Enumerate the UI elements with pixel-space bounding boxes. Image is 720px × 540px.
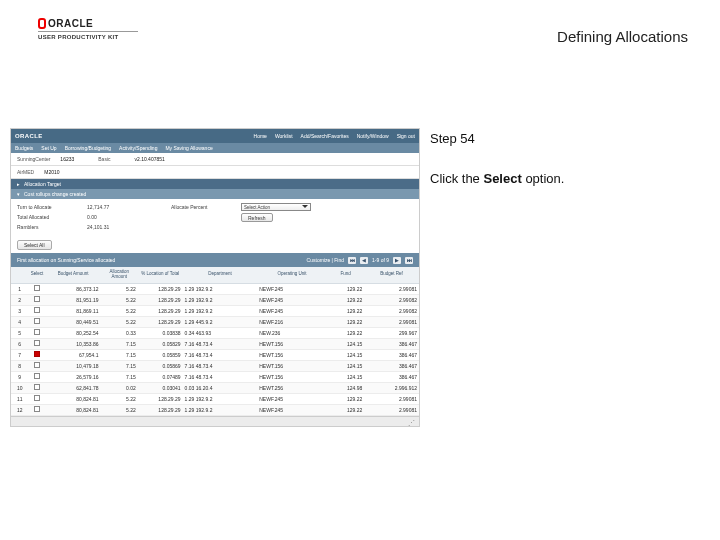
pager-last-icon[interactable]: ⏭ bbox=[405, 257, 413, 264]
table-row[interactable]: 281,951.195.22128.29.291.29 192.9.2NEWF.… bbox=[11, 294, 419, 305]
form-label: Total Allocated bbox=[17, 214, 87, 220]
table-cell bbox=[28, 371, 45, 382]
band-cost-rollups[interactable]: ▾Cost rollups change created bbox=[11, 189, 419, 199]
col-header: Allocation Amount bbox=[101, 267, 138, 283]
row-checkbox[interactable] bbox=[34, 307, 40, 313]
grid-title: First allocation on Sunning/Service allo… bbox=[17, 257, 115, 263]
row-checkbox[interactable] bbox=[34, 318, 40, 324]
row-checkbox[interactable] bbox=[34, 329, 40, 335]
topbar-link[interactable]: Home bbox=[254, 133, 267, 139]
resize-handle-icon[interactable]: ⋰ bbox=[408, 419, 415, 427]
table-cell: 7.16 48.73.4 bbox=[183, 360, 258, 371]
menu-item[interactable]: Budgets bbox=[15, 145, 33, 151]
pager-first-icon[interactable]: ⏮ bbox=[348, 257, 356, 264]
oracle-o-icon bbox=[38, 18, 46, 29]
brand-divider bbox=[38, 31, 138, 32]
table-cell: 81,869.11 bbox=[46, 305, 101, 316]
table-cell: 128.29.29 bbox=[138, 316, 183, 327]
band-allocation-target[interactable]: ▸Allocation Target bbox=[11, 179, 419, 189]
menu-item[interactable]: My Saving Allowance bbox=[165, 145, 212, 151]
table-cell bbox=[28, 338, 45, 349]
pager-prev-icon[interactable]: ◀ bbox=[360, 257, 368, 264]
row-checkbox[interactable] bbox=[34, 285, 40, 291]
refresh-button[interactable]: Refresh bbox=[241, 213, 273, 222]
table-cell: 129.22 bbox=[327, 294, 364, 305]
table-cell: 2.99081 bbox=[364, 283, 419, 294]
table-cell: 0.05859 bbox=[138, 349, 183, 360]
table-cell: 0.03 16.20.4 bbox=[183, 382, 258, 393]
menu-item[interactable]: Activity/Spending bbox=[119, 145, 157, 151]
table-row[interactable]: 810,479.187.150.058697.16 48.73.4HEWT.15… bbox=[11, 360, 419, 371]
table-cell: 7.15 bbox=[101, 338, 138, 349]
table-cell: 0.02 bbox=[101, 382, 138, 393]
table-cell: HEWT.156 bbox=[257, 349, 327, 360]
col-header: Select bbox=[28, 267, 45, 283]
grid-header-band: First allocation on Sunning/Service allo… bbox=[11, 253, 419, 267]
table-cell: 11 bbox=[11, 393, 28, 404]
table-cell: 124.15 bbox=[327, 360, 364, 371]
table-cell: 0.33 bbox=[101, 327, 138, 338]
menu-item[interactable]: Set Up bbox=[41, 145, 56, 151]
table-cell bbox=[28, 316, 45, 327]
table-cell: 5.22 bbox=[101, 305, 138, 316]
row-checkbox[interactable] bbox=[34, 395, 40, 401]
table-row[interactable]: 580,252.540.330.038380.34 463.93NEW.2361… bbox=[11, 327, 419, 338]
form-area: Turn to Allocate 12,714.77 Allocate Perc… bbox=[11, 199, 419, 235]
scrollbar-footer[interactable]: ⋰ bbox=[11, 416, 419, 426]
table-cell: 3 bbox=[11, 305, 28, 316]
topbar-link[interactable]: Sign out bbox=[397, 133, 415, 139]
grid-customize-link[interactable]: Customize | Find bbox=[307, 257, 344, 263]
col-header: % Location of Total bbox=[138, 267, 183, 283]
pager-next-icon[interactable]: ▶ bbox=[393, 257, 401, 264]
row-checkbox[interactable] bbox=[34, 373, 40, 379]
table-row[interactable]: 767,954.17.150.058597.16 48.73.4HEWT.156… bbox=[11, 349, 419, 360]
band-label: Cost rollups change created bbox=[24, 191, 86, 197]
table-row[interactable]: 1280,824.815.22128.29.291.29 192.9.2NEWF… bbox=[11, 404, 419, 415]
table-cell: 26,579.16 bbox=[46, 371, 101, 382]
table-cell: 2.99082 bbox=[364, 305, 419, 316]
instr-bold: Select bbox=[483, 171, 521, 186]
table-row[interactable]: 926,579.167.150.074897.16 48.73.4HEWT.15… bbox=[11, 371, 419, 382]
table-cell: NEWF.245 bbox=[257, 283, 327, 294]
row-checkbox[interactable] bbox=[34, 384, 40, 390]
app-screenshot: ORACLE Home Worklist Add/Search/Favorite… bbox=[10, 128, 420, 427]
table-cell: NEWF.245 bbox=[257, 393, 327, 404]
col-header: Department bbox=[183, 267, 258, 283]
table-row[interactable]: 186,373.125.22128.29.291.29 192.9.2NEWF.… bbox=[11, 283, 419, 294]
table-cell: 12 bbox=[11, 404, 28, 415]
select-value: Select Action bbox=[242, 205, 270, 210]
row-checkbox[interactable] bbox=[34, 351, 40, 357]
select-all-button[interactable]: Select All bbox=[17, 240, 52, 250]
row-checkbox[interactable] bbox=[34, 406, 40, 412]
table-cell: 0.03838 bbox=[138, 327, 183, 338]
instruction-text: Click the Select option. bbox=[430, 170, 700, 188]
context-panel-2: AirMEDM2010 bbox=[11, 166, 419, 179]
table-row[interactable]: 480,449.515.22128.29.291.29 445.9.2NEWF.… bbox=[11, 316, 419, 327]
form-label: Turn to Allocate bbox=[17, 204, 87, 210]
expand-icon: ▾ bbox=[17, 191, 20, 197]
topbar-link[interactable]: Worklist bbox=[275, 133, 293, 139]
topbar-link[interactable]: Add/Search/Favorites bbox=[301, 133, 349, 139]
row-checkbox[interactable] bbox=[34, 296, 40, 302]
table-cell: 4 bbox=[11, 316, 28, 327]
topbar-link[interactable]: Notify/Window bbox=[357, 133, 389, 139]
table-row[interactable]: 1180,824.815.22128.29.291.29 192.9.2NEWF… bbox=[11, 393, 419, 404]
menu-item[interactable]: Borrowing/Budgeting bbox=[65, 145, 111, 151]
select-action-dropdown[interactable]: Select Action bbox=[241, 203, 311, 211]
table-cell: 129.22 bbox=[327, 404, 364, 415]
row-checkbox[interactable] bbox=[34, 340, 40, 346]
table-cell: 0.05869 bbox=[138, 360, 183, 371]
table-row[interactable]: 610,353.867.150.058297.16 48.73.4HEWT.15… bbox=[11, 338, 419, 349]
table-cell: 7 bbox=[11, 349, 28, 360]
table-cell: 2 bbox=[11, 294, 28, 305]
table-row[interactable]: 1062,841.780.020.030410.03 16.20.4HEWT.2… bbox=[11, 382, 419, 393]
row-checkbox[interactable] bbox=[34, 362, 40, 368]
table-cell: 2.99081 bbox=[364, 404, 419, 415]
table-cell: 129.22 bbox=[327, 327, 364, 338]
table-cell bbox=[28, 393, 45, 404]
band-label: Allocation Target bbox=[24, 181, 61, 187]
table-cell: 5.22 bbox=[101, 316, 138, 327]
table-cell: 129.22 bbox=[327, 393, 364, 404]
table-row[interactable]: 381,869.115.22128.29.291.29 192.9.2NEWF.… bbox=[11, 305, 419, 316]
form-label: Allocate Percent bbox=[171, 204, 241, 210]
